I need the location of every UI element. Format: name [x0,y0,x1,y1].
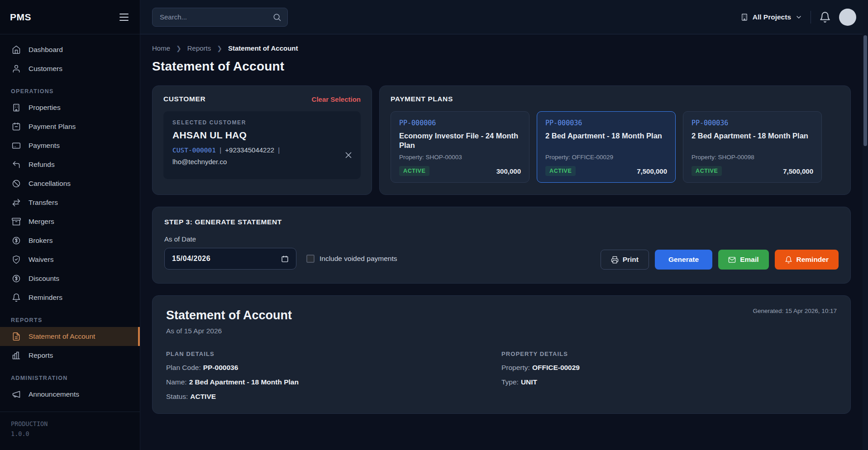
detail-row: Name:2 Bed Apartment - 18 Month Plan [166,378,501,386]
date-field-label: As of Date [164,235,296,243]
include-voided-checkbox[interactable] [306,255,315,263]
breadcrumb-home[interactable]: Home [152,44,170,52]
statement-panel: Generated: 15 Apr 2026, 10:17 Statement … [152,295,851,414]
detail-value: 2 Bed Apartment - 18 Month Plan [189,378,299,386]
sidebar-item-label: Customers [29,65,62,73]
sidebar-item-payments[interactable]: Payments [0,136,140,155]
sidebar-item-label: Properties [29,104,61,112]
sidebar-item-transfers[interactable]: Transfers [0,193,140,212]
sidebar-item-label: Transfers [29,199,58,207]
breadcrumb-reports[interactable]: Reports [187,44,211,52]
plan-card-selected[interactable]: PP-000036 2 Bed Apartment - 18 Month Pla… [537,111,676,183]
bar-chart-icon [12,351,21,360]
printer-icon [611,256,619,264]
breadcrumb-current: Statement of Account [228,44,298,52]
payment-plans-title: PAYMENT PLANS [391,95,453,103]
plan-card[interactable]: PP-000006 Economy Investor File - 24 Mon… [391,111,529,183]
detail-label: Property: [501,364,530,371]
file-text-icon [12,332,21,341]
undo-arrow-icon [12,160,21,169]
generate-button[interactable]: Generate [655,250,712,270]
sidebar-item-refunds[interactable]: Refunds [0,155,140,174]
date-field-group: As of Date 15/04/2026 [164,235,296,270]
sidebar-item-waivers[interactable]: Waivers [0,250,140,269]
include-voided-group: Include voided payments [306,255,397,263]
sidebar-item-announcements[interactable]: Announcements [0,385,140,404]
ban-icon [12,179,21,188]
sidebar-item-label: Reports [29,351,53,360]
reminder-button-label: Reminder [796,256,829,264]
plan-details-section: PLAN DETAILS Plan Code:PP-000036 Name:2 … [166,351,501,401]
sidebar-item-cancellations[interactable]: Cancellations [0,174,140,193]
sidebar-item-label: Dashboard [29,46,63,54]
plan-name: 2 Bed Apartment - 18 Month Plan [545,131,667,151]
generate-button-label: Generate [668,256,699,264]
separator: | [276,146,281,154]
print-button[interactable]: Print [601,250,649,270]
building-icon [12,103,21,112]
customer-code: CUST-000001 [172,147,216,154]
selected-customer-card: SELECTED CUSTOMER AHSAN UL HAQ CUST-0000… [163,111,361,179]
app-logo: PMS [10,12,31,23]
plan-name: Economy Investor File - 24 Month Plan [399,131,521,151]
sidebar-item-reminders[interactable]: Reminders [0,288,140,307]
page-title: Statement of Account [152,59,851,74]
search-input[interactable] [152,8,288,27]
sidebar-item-statement-of-account[interactable]: Statement of Account [0,327,140,346]
sidebar-toggle-icon[interactable] [116,9,132,25]
sidebar-section-reports: REPORTS [0,307,140,327]
as-of-date-input[interactable]: 15/04/2026 [164,248,296,270]
detail-row: Status:ACTIVE [166,393,501,401]
plan-code: PP-000036 [692,119,813,127]
detail-row: Type:UNIT [501,378,837,386]
plan-card[interactable]: PP-000036 2 Bed Apartment - 18 Month Pla… [683,111,822,183]
sidebar-item-properties[interactable]: Properties [0,98,140,117]
reminder-button[interactable]: Reminder [775,250,839,270]
building-icon [740,13,749,21]
detail-label: Name: [166,378,187,386]
mail-icon [728,256,736,264]
sidebar-item-payment-plans[interactable]: Payment Plans [0,117,140,136]
sidebar-item-label: Announcements [29,390,79,398]
scrollbar-thumb[interactable] [863,35,867,146]
chevron-down-icon [795,14,802,21]
email-button[interactable]: Email [718,250,768,270]
sidebar-item-brokers[interactable]: Brokers [0,231,140,250]
project-selector[interactable]: All Projects [740,13,802,21]
sidebar-item-dashboard[interactable]: Dashboard [0,40,140,59]
sidebar-section-operations: OPERATIONS [0,78,140,98]
sidebar-item-reports[interactable]: Reports [0,346,140,365]
avatar[interactable] [839,9,856,26]
sidebar-item-mergers[interactable]: Mergers [0,212,140,231]
sidebar: PMS Dashboard Customers OPERATIONS Prop [0,0,140,450]
sidebar-item-label: Statement of Account [29,332,95,341]
topbar-divider [811,11,811,24]
sidebar-item-discounts[interactable]: Discounts [0,269,140,288]
generate-panel-title: STEP 3: GENERATE STATEMENT [164,218,839,226]
app-root: PMS Dashboard Customers OPERATIONS Prop [0,0,868,450]
sidebar-item-label: Waivers [29,256,53,264]
detail-value: PP-000036 [203,364,238,371]
sidebar-header: PMS [0,0,140,34]
calendar-icon [12,122,21,131]
status-badge: ACTIVE [692,166,722,176]
clear-selection-link[interactable]: Clear Selection [312,95,361,103]
sidebar-item-label: Mergers [29,218,54,226]
chevron-right-icon: ❯ [217,45,222,52]
close-icon[interactable] [343,150,353,160]
plan-code: PP-000006 [399,119,521,127]
detail-value: ACTIVE [190,393,216,400]
sidebar-item-label: Cancellations [29,180,71,188]
payment-plans-panel: PAYMENT PLANS PP-000006 Economy Investor… [379,85,851,195]
notifications-bell-icon[interactable] [819,11,831,23]
generate-statement-panel: STEP 3: GENERATE STATEMENT As of Date 15… [152,207,851,284]
detail-value: UNIT [521,378,537,386]
plan-property: Property: SHOP-00098 [692,154,813,161]
bell-icon [785,256,792,264]
credit-card-icon [12,141,21,150]
search-icon [272,13,281,22]
topbar: All Projects [140,0,868,34]
sidebar-nav: Dashboard Customers OPERATIONS Propertie… [0,34,140,412]
sidebar-item-customers[interactable]: Customers [0,59,140,78]
scrollbar[interactable] [863,0,868,450]
